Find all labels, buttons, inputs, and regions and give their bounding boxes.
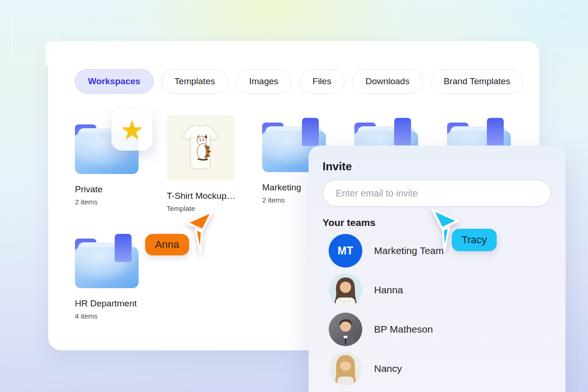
cursor-name-badge: Tracy: [452, 229, 497, 251]
team-row-marketing-team[interactable]: MT Marketing Team: [329, 234, 444, 268]
folder-tile-private[interactable]: ★ Private 2 items: [75, 120, 150, 206]
invite-email-input[interactable]: [323, 180, 551, 207]
tshirt-thumbnail: [167, 115, 235, 181]
team-avatar: MT: [329, 234, 362, 268]
invite-title: Invite: [323, 160, 352, 173]
tab-workspaces[interactable]: Workspaces: [75, 69, 154, 94]
cursor-name-badge: Anna: [145, 234, 189, 255]
folder-item-count: 2 items: [75, 198, 150, 206]
folder-tile-hr-department[interactable]: HR Department 4 items: [75, 234, 150, 320]
tab-templates[interactable]: Templates: [162, 69, 228, 94]
folder-name: Private: [75, 184, 145, 195]
member-name: Nancy: [374, 363, 402, 374]
tab-files[interactable]: Files: [300, 69, 345, 94]
your-teams-heading: Your teams: [323, 217, 375, 228]
member-row-hanna[interactable]: Hanna: [329, 273, 403, 307]
invite-panel: Invite Your teams MT Marketing Team: [309, 145, 566, 392]
star-badge-icon: ★: [111, 109, 153, 151]
folder-name: HR Department: [75, 298, 145, 309]
tab-brand-templates[interactable]: Brand Templates: [431, 69, 523, 94]
member-name: BP Matheson: [374, 324, 433, 335]
member-row-nancy[interactable]: Nancy: [329, 352, 402, 385]
filter-tabs: Workspaces Templates Images Files Downlo…: [75, 69, 523, 94]
screen: Workspaces Templates Images Files Downlo…: [0, 0, 588, 392]
tab-downloads[interactable]: Downloads: [353, 69, 423, 94]
member-avatar: [329, 312, 362, 346]
template-name: T-Shirt Mockup I...: [167, 191, 237, 201]
folder-icon: [75, 234, 139, 288]
folder-item-count: 4 items: [75, 312, 150, 320]
template-tile-tshirt[interactable]: T-Shirt Mockup I... Template: [167, 115, 242, 212]
member-avatar: [329, 352, 362, 385]
member-name: Hanna: [374, 284, 403, 296]
tab-images[interactable]: Images: [236, 69, 291, 94]
member-avatar: [329, 273, 362, 307]
member-row-bp-matheson[interactable]: BP Matheson: [329, 312, 433, 346]
folder-icon: ★: [75, 120, 139, 174]
